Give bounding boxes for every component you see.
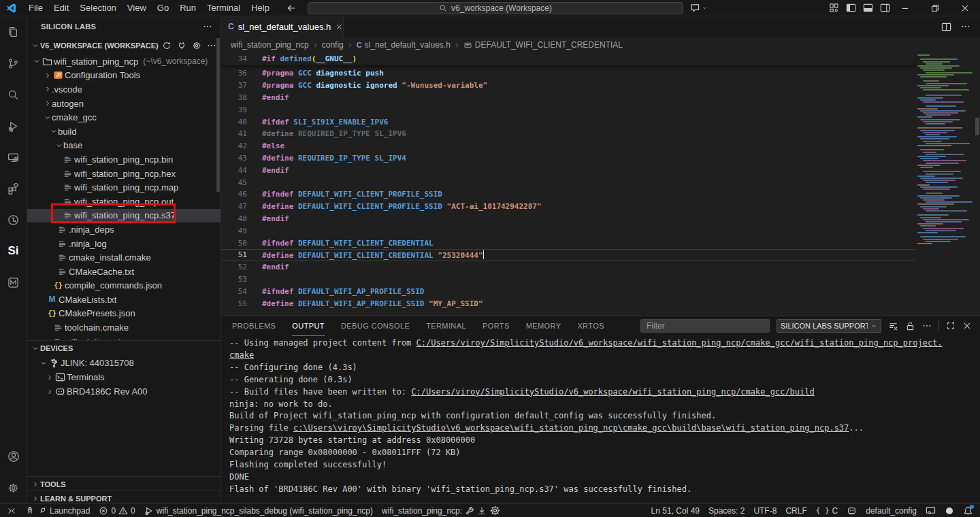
code-line-48[interactable]: 48#endif: [221, 213, 915, 225]
code-line-55[interactable]: 55#define DEFAULT_WIFI_AP_PROFILE_SSID "…: [221, 297, 915, 310]
activity-run-and-debug[interactable]: [0, 110, 27, 141]
status-language-mode[interactable]: { }C: [816, 506, 838, 516]
device-item-brd4186c-rev-a00[interactable]: BRD4186C Rev A00: [27, 384, 220, 399]
window-close-icon[interactable]: [950, 0, 980, 16]
status-encoding[interactable]: UTF-8: [753, 506, 777, 516]
toggle-primary-sidebar-icon[interactable]: [846, 3, 856, 13]
plug-icon[interactable]: [177, 41, 186, 50]
maximize-panel-icon[interactable]: [946, 321, 956, 331]
panel-tab-debug-console[interactable]: DEBUG CONSOLE: [341, 316, 410, 336]
tree-item-base[interactable]: base: [27, 139, 220, 153]
toggle-secondary-sidebar-icon[interactable]: [880, 3, 890, 13]
code-line-43[interactable]: 43#define REQUIRED_IP_TYPE SL_IPV4: [221, 152, 915, 165]
code-line-46[interactable]: 46#ifndef DEFAULT_WIFI_CLIENT_PROFILE_SS…: [221, 188, 915, 201]
tree-item-cmakepresets-json[interactable]: {}CMakePresets.json: [27, 307, 220, 321]
tree-item-compile-commands-json[interactable]: {}compile_commands.json: [27, 279, 220, 293]
code-line-38[interactable]: 38#endif: [221, 92, 915, 104]
code-editor[interactable]: 34#if defined(__GNUC__) 36#pragma GCC di…: [221, 53, 980, 315]
menu-go[interactable]: Go: [152, 0, 174, 16]
status-notifications[interactable]: [963, 505, 973, 516]
tab-close-icon[interactable]: [335, 22, 344, 31]
status-debug-config[interactable]: wifi_station_ping_ncp_silabs_debug (wifi…: [144, 506, 373, 516]
clear-output-icon[interactable]: [888, 321, 898, 331]
code-line-54[interactable]: 54#ifndef DEFAULT_WIFI_AP_PROFILE_SSID: [221, 285, 915, 297]
tools-section-header[interactable]: TOOLS: [27, 477, 220, 492]
tree-item--ninja-deps[interactable]: .ninja_deps: [27, 222, 220, 237]
code-line-39[interactable]: 39: [221, 103, 915, 116]
tab-sl-net-default-values[interactable]: C sl_net_default_values.h: [221, 16, 344, 37]
panel-tab-output[interactable]: OUTPUT: [292, 316, 325, 336]
output-link[interactable]: C:/Users/viroy/SimplicityStudio/v6_works…: [416, 338, 943, 348]
status-project-actions[interactable]: wifi_station_ping_ncp:: [382, 505, 501, 516]
menu-file[interactable]: File: [23, 0, 48, 16]
activity-explorer[interactable]: [0, 16, 27, 48]
code-line-42[interactable]: 42#else: [221, 140, 915, 152]
split-editor-icon[interactable]: [941, 22, 951, 32]
status-screencast[interactable]: [926, 505, 936, 516]
menu-terminal[interactable]: Terminal: [201, 0, 246, 16]
minimap[interactable]: [915, 53, 974, 230]
window-restore-icon[interactable]: [920, 0, 950, 16]
editor-scrollbar[interactable]: [975, 118, 979, 135]
panel-tab-xrtos[interactable]: XRTOS: [577, 316, 604, 336]
tree-item-wifi-station-ping-ncp-s37[interactable]: wifi_station_ping_ncp.s37: [27, 209, 220, 223]
devices-section-header[interactable]: DEVICES: [27, 341, 220, 356]
tree-item-cmakelists-txt[interactable]: MCMakeLists.txt: [27, 293, 220, 307]
copilot-chat-button[interactable]: [690, 3, 708, 13]
toggle-panel-icon[interactable]: [863, 3, 873, 13]
nav-back-icon[interactable]: [286, 3, 297, 14]
status-eol[interactable]: CRLF: [785, 506, 806, 516]
panel-more-actions-icon[interactable]: [922, 321, 932, 331]
activity-search[interactable]: [0, 79, 27, 110]
tree-item-wifi-station-ping-ncp-bin[interactable]: wifi_station_ping_ncp.bin: [27, 152, 220, 167]
activity-run-circle[interactable]: [0, 204, 27, 235]
window-minimize-icon[interactable]: [890, 0, 920, 16]
code-line-41[interactable]: 41#define REQUIRED_IP_TYPE SL_IPV6: [221, 128, 915, 140]
activity-silicon-labs[interactable]: Si: [0, 235, 27, 267]
status-problems[interactable]: 00: [99, 506, 135, 516]
tree-item--ninja-log[interactable]: .ninja_log: [27, 237, 220, 251]
output-link[interactable]: c:\Users\viroy\SimplicityStudio\v6_works…: [293, 423, 849, 433]
breadcrumb-item[interactable]: config: [322, 40, 344, 50]
output-log[interactable]: -- Using managed project content from C:…: [221, 336, 980, 503]
tree-item-build[interactable]: build: [27, 124, 220, 139]
breadcrumb-item[interactable]: DEFAULT_WIFI_CLIENT_CREDENTIAL: [463, 40, 623, 50]
activity-remote-explorer[interactable]: [0, 141, 27, 173]
menu-run[interactable]: Run: [174, 0, 201, 16]
code-line-37[interactable]: 37#pragma GCC diagnostic ignored "-Wunus…: [221, 80, 915, 92]
menu-edit[interactable]: Edit: [48, 0, 74, 16]
tree-item-configuration-tools[interactable]: Configuration Tools: [27, 69, 220, 83]
activity-source-control[interactable]: [0, 48, 27, 79]
menu-selection[interactable]: Selection: [74, 0, 121, 16]
device-item-jlink-440315708[interactable]: JLINK: 440315708: [27, 356, 220, 370]
output-link[interactable]: cmake: [229, 350, 254, 360]
status-record-indicator[interactable]: [945, 506, 954, 516]
command-center-search[interactable]: v6_workspace (Workspace): [308, 2, 683, 14]
code-line-50[interactable]: 50#ifndef DEFAULT_WIFI_CLIENT_CREDENTIAL: [221, 237, 915, 249]
tree-item-wifi-station-ping-ncp-[interactable]: wifi_station_ping_ncp...: [27, 335, 220, 340]
tree-item-toolchain-cmake[interactable]: toolchain.cmake: [27, 320, 220, 335]
panel-tab-memory[interactable]: MEMORY: [526, 316, 561, 336]
sidebar-more-icon[interactable]: [203, 22, 212, 31]
panel-tab-ports[interactable]: PORTS: [483, 316, 510, 336]
activity-m-extension[interactable]: [0, 267, 27, 298]
status-build-config[interactable]: default_config: [866, 506, 917, 516]
code-line-40[interactable]: 40#ifdef SLI_SI91X_ENABLE_IPV6: [221, 116, 915, 128]
code-line-44[interactable]: 44#endif: [221, 164, 915, 176]
tree-item--vscode[interactable]: .vscode: [27, 82, 220, 97]
status-indentation[interactable]: Spaces: 2: [708, 506, 745, 516]
output-filter-input[interactable]: [640, 319, 770, 333]
breadcrumb-item[interactable]: Csl_net_default_values.h: [357, 40, 451, 50]
code-line-47[interactable]: 47#define DEFAULT_WIFI_CLIENT_PROFILE_SS…: [221, 201, 915, 213]
customize-layout-icon[interactable]: [829, 3, 839, 13]
code-line-45[interactable]: 45: [221, 176, 915, 188]
status-chip-target[interactable]: [847, 505, 857, 516]
device-item-terminals[interactable]: Terminals: [27, 370, 220, 384]
activity-accounts[interactable]: [0, 441, 27, 472]
tree-item-autogen[interactable]: autogen: [27, 97, 220, 111]
tree-item-wifi-station-ping-ncp[interactable]: wifi_station_ping_ncp(~\v6_workspace): [27, 54, 220, 69]
menu-help[interactable]: Help: [246, 0, 275, 16]
status-launchpad[interactable]: Launchpad: [25, 506, 90, 516]
refresh-icon[interactable]: [162, 41, 172, 50]
code-line-34[interactable]: 34#if defined(__GNUC__): [221, 53, 357, 65]
